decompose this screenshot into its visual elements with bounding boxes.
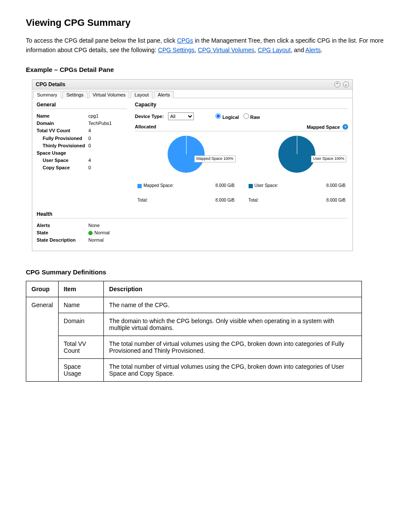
legend-total-a: Total: [137, 198, 148, 202]
general-key: Fully Provisioned [37, 135, 88, 142]
general-value: TechPubs1 [88, 120, 127, 127]
cell-desc: The domain to which the CPG belongs. Onl… [104, 313, 362, 336]
health-value: None [88, 222, 348, 229]
tab-alerts[interactable]: Alerts [154, 91, 174, 98]
health-key: State Description [37, 236, 88, 244]
general-key: Space Usage [37, 149, 88, 157]
def-table: Group Item Description GeneralNameThe na… [26, 281, 362, 382]
legend-mapped-val: 8.000 GiB [215, 183, 234, 188]
health-value: Normal [88, 236, 348, 244]
tab-settings[interactable]: Settings [62, 91, 87, 98]
cpg-details-panel: CPG Details ⌃ ⌄ Summary Settings Virtual… [32, 79, 353, 251]
general-value: 4 [88, 127, 127, 134]
link-cpg-layout[interactable]: CPG Layout [258, 47, 290, 53]
intro-p1-a: To access the CPG detail pane below the … [26, 37, 177, 44]
health-header: Health [37, 211, 348, 218]
legend-total-b: Total: [249, 198, 259, 202]
intro-p1-b: in the Management Tree, then click a spe… [195, 37, 359, 44]
radio-raw[interactable] [243, 113, 249, 119]
general-key: User Space [37, 157, 88, 164]
cell-item: Total VV Count [58, 336, 104, 358]
allocated-pie: Mapped Space 100% [168, 136, 205, 174]
legend-user-val: 8.000 GiB [327, 183, 346, 188]
legend-mapped: Mapped Space: [137, 183, 174, 188]
mapped-callout: User Space 100% [311, 156, 347, 162]
tab-summary[interactable]: Summary [33, 91, 61, 98]
table-row: Total VV CountThe total number of virtua… [26, 336, 362, 358]
general-value: 0 [88, 135, 127, 142]
link-alerts[interactable]: Alerts [305, 47, 321, 53]
intro-p1-end: . [321, 47, 323, 53]
cell-group: General [26, 297, 59, 381]
legend-total-a-val: 8.000 GiB [215, 198, 234, 202]
tab-virtual-volumes[interactable]: Virtual Volumes [89, 91, 129, 98]
mapped-pie: User Space 100% [278, 136, 315, 174]
expand-icon[interactable]: ⌄ [343, 81, 349, 87]
cell-desc: The total number of virtual volumes usin… [104, 358, 362, 381]
health-key: Alerts [37, 222, 88, 229]
health-value: Normal [88, 229, 348, 236]
table-row: DomainThe domain to which the CPG belong… [26, 313, 362, 336]
device-type-select[interactable]: All [168, 112, 194, 120]
tab-layout[interactable]: Layout [131, 91, 153, 98]
general-key: Copy Space [37, 164, 88, 171]
table-row: GeneralNameThe name of the CPG. [26, 297, 362, 313]
intro-paragraph-1: To access the CPG detail pane below the … [26, 36, 385, 55]
legend-user: User Space: [249, 183, 278, 188]
general-value [88, 149, 127, 157]
page-heading: Viewing CPG Summary [26, 17, 385, 28]
radio-raw-label[interactable]: Raw [243, 113, 260, 120]
table-row: Space UsageThe total number of virtual v… [26, 358, 362, 381]
cell-item: Domain [58, 313, 104, 336]
general-value: cpg1 [88, 112, 127, 120]
tabs-row: Summary Settings Virtual Volumes Layout … [32, 90, 352, 98]
th-group: Group [26, 281, 59, 297]
capacity-header: Capacity [135, 102, 348, 109]
example-label: Example – CPGs Detail Pane [26, 66, 385, 73]
radio-logical-label[interactable]: Logical [215, 113, 239, 120]
general-value: 0 [88, 142, 127, 149]
collapse-icon[interactable]: ⌃ [334, 81, 340, 87]
status-dot-icon [88, 231, 93, 235]
th-desc: Description [104, 281, 362, 297]
panel-title: CPG Details [36, 81, 65, 87]
general-header: General [37, 102, 127, 109]
device-type-label: Device Type: [135, 114, 164, 119]
radio-logical[interactable] [215, 113, 221, 119]
cell-desc: The total number of virtual volumes usin… [104, 336, 362, 358]
general-value: 0 [88, 164, 127, 171]
help-icon[interactable]: ? [342, 124, 348, 130]
th-item: Item [58, 281, 104, 297]
health-key: State [37, 229, 88, 236]
link-cpg-settings[interactable]: CPG Settings [158, 47, 195, 53]
general-key: Name [37, 112, 88, 120]
general-key: Thinly Provisioned [37, 142, 88, 149]
allocated-label: Allocated [135, 124, 156, 130]
legend-total-b-val: 8.000 GiB [327, 198, 346, 202]
link-cpgs-tree[interactable]: CPGs [177, 37, 193, 44]
cell-item: Name [58, 297, 104, 313]
general-value: 4 [88, 157, 127, 164]
mapped-space-label: Mapped Space [307, 124, 340, 130]
cell-item: Space Usage [58, 358, 104, 381]
general-key: Total VV Count [37, 127, 88, 134]
general-key: Domain [37, 120, 88, 127]
link-cpg-virtual-volumes[interactable]: CPG Virtual Volumes [198, 47, 254, 53]
allocated-callout: Mapped Space 100% [194, 156, 236, 162]
cell-desc: The name of the CPG. [104, 297, 362, 313]
def-table-caption: CPG Summary Definitions [26, 268, 385, 276]
